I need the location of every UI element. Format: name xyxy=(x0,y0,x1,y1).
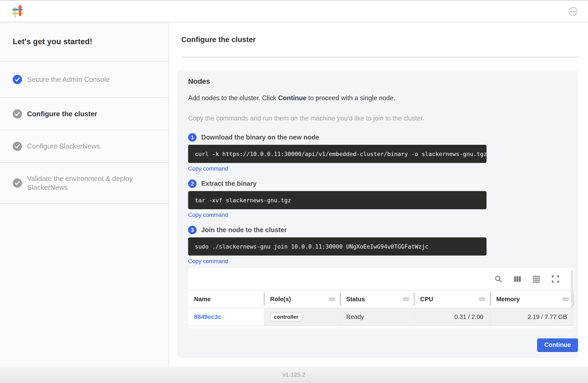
view-columns-icon[interactable] xyxy=(513,275,522,283)
node-memory-cell: 2.19 / 7.77 GB xyxy=(490,308,574,325)
main-content: Configure the cluster Nodes Add nodes to… xyxy=(169,22,588,367)
step-2-title: Extract the binary xyxy=(201,180,257,188)
column-header-name[interactable]: Name xyxy=(188,290,264,308)
copy-commands-hint: Copy the commands and run them on the ma… xyxy=(188,114,578,122)
node-cpu-cell: 0.31 / 2.00 xyxy=(414,308,490,325)
step-3-copy-command-link[interactable]: Copy command xyxy=(188,258,228,265)
check-circle-pending-icon xyxy=(13,178,22,188)
ellipsis-dot xyxy=(573,11,574,12)
node-roles-cell: controller xyxy=(264,308,340,325)
node-status-cell: Ready xyxy=(340,308,414,325)
density-icon[interactable] xyxy=(532,275,541,283)
step-2-command-block: tar -xvf slackernews-gnu.tgz xyxy=(188,191,486,209)
column-resize-handle[interactable] xyxy=(490,293,491,306)
column-resize-handle[interactable] xyxy=(264,293,265,306)
column-label: Name xyxy=(194,296,211,303)
sidebar-item-validate-deploy[interactable]: Validate the environment & deploy Slacke… xyxy=(0,163,169,204)
column-label: Role(s) xyxy=(270,296,291,303)
column-header-memory[interactable]: Memory xyxy=(490,290,574,308)
check-circle-pending-icon xyxy=(13,142,22,151)
column-header-roles[interactable]: Role(s) xyxy=(264,290,340,308)
intro-prefix: Add nodes to the cluster. Click xyxy=(188,94,278,102)
intro-bold: Continue xyxy=(278,94,306,102)
sidebar-item-label: Configure the cluster xyxy=(27,109,97,118)
setup-steps-sidebar: Let's get you started! Secure the Admin … xyxy=(0,22,169,367)
nodes-intro-text: Add nodes to the cluster. Click Continue… xyxy=(188,94,578,102)
drag-handle-icon[interactable] xyxy=(562,297,569,302)
role-badge: controller xyxy=(270,313,302,321)
step-1-copy-command-link[interactable]: Copy command xyxy=(188,166,228,172)
node-name-link[interactable]: 8849ec3c xyxy=(194,314,221,320)
column-label: CPU xyxy=(420,296,433,303)
sidebar-title: Let's get you started! xyxy=(13,37,92,46)
sidebar-item-label: Secure the Admin Console xyxy=(27,75,110,84)
sidebar-item-secure-admin-console[interactable]: Secure the Admin Console xyxy=(0,61,169,98)
step-3-heading: 3 Join the node to the cluster xyxy=(188,226,578,234)
step-2-copy-command-link[interactable]: Copy command xyxy=(188,212,228,218)
sidebar-item-label: Configure SlackerNews xyxy=(27,142,100,150)
ellipsis-dot xyxy=(571,11,572,12)
continue-button[interactable]: Continue xyxy=(537,339,578,351)
column-label: Memory xyxy=(496,296,520,303)
nodes-table-card: Name Role(s) Status CPU xyxy=(188,268,574,328)
step-2-number-badge: 2 xyxy=(188,179,197,188)
step-1-command-block: curl -k https://10.0.0.11:30000/api/v1/e… xyxy=(188,145,486,163)
column-resize-handle[interactable] xyxy=(573,293,574,306)
nodes-card: Nodes Add nodes to the cluster. Click Co… xyxy=(177,70,578,358)
table-scrollbar[interactable] xyxy=(571,270,573,308)
version-label: v1.125.2 xyxy=(283,371,305,378)
intro-suffix: to proceed with a single node. xyxy=(306,94,396,102)
continue-button-row: Continue xyxy=(188,339,578,351)
page-title: Configure the cluster xyxy=(181,35,576,44)
search-icon[interactable] xyxy=(494,275,503,283)
drag-handle-icon[interactable] xyxy=(479,297,485,302)
top-bar xyxy=(0,1,588,22)
drag-handle-icon[interactable] xyxy=(329,297,335,302)
step-1-number-badge: 1 xyxy=(188,133,197,142)
step-2-heading: 2 Extract the binary xyxy=(188,179,578,188)
table-header-row: Name Role(s) Status CPU xyxy=(188,290,574,308)
step-3-title: Join the node to the cluster xyxy=(201,226,287,234)
fullscreen-icon[interactable] xyxy=(551,275,560,283)
nodes-heading: Nodes xyxy=(188,77,578,85)
node-name-cell: 8849ec3c xyxy=(188,308,264,325)
slackernews-logo-icon xyxy=(12,5,24,18)
column-header-status[interactable]: Status xyxy=(340,290,414,308)
page: Let's get you started! Secure the Admin … xyxy=(0,0,588,383)
table-row: 8849ec3c controller Ready 0.31 / 2.00 2.… xyxy=(188,308,574,326)
column-header-cpu[interactable]: CPU xyxy=(414,290,490,308)
footer: v1.125.2 xyxy=(0,366,588,383)
check-circle-pending-icon xyxy=(13,109,22,119)
drag-handle-icon[interactable] xyxy=(403,297,409,302)
column-label: Status xyxy=(346,296,365,303)
title-divider xyxy=(181,57,580,57)
sidebar-item-configure-slackernews[interactable]: Configure SlackerNews xyxy=(0,130,169,163)
more-menu-button[interactable] xyxy=(569,7,577,16)
check-circle-complete-icon xyxy=(13,75,22,84)
step-3-command-block: sudo ./slackernews-gnu join 10.0.0.11:30… xyxy=(188,237,486,255)
sidebar-item-configure-cluster[interactable]: Configure the cluster xyxy=(0,98,169,130)
ellipsis-dot xyxy=(574,11,576,12)
step-1-title: Download the binary on the new node xyxy=(201,134,319,141)
step-1-heading: 1 Download the binary on the new node xyxy=(188,133,578,142)
table-toolbar xyxy=(188,268,574,290)
sidebar-heading: Let's get you started! xyxy=(0,22,169,61)
column-resize-handle[interactable] xyxy=(414,293,415,306)
step-3-number-badge: 3 xyxy=(188,226,197,234)
column-resize-handle[interactable] xyxy=(340,293,341,306)
sidebar-item-label: Validate the environment & deploy Slacke… xyxy=(27,174,146,192)
